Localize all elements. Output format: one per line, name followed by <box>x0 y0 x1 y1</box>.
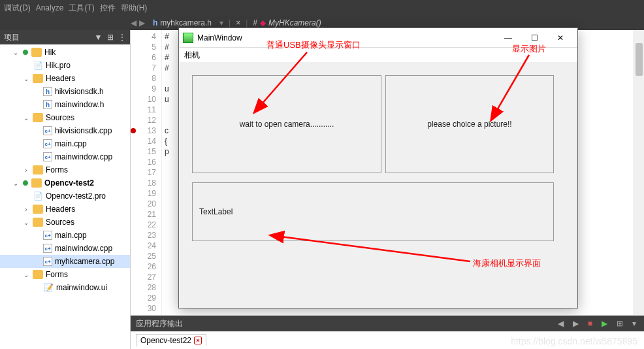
line-number: 17 <box>132 167 156 178</box>
window-title: MainWindow <box>197 33 242 42</box>
twisty-icon[interactable]: ⌄ <box>12 49 20 56</box>
twisty-icon[interactable]: ⌄ <box>12 180 20 187</box>
split-icon[interactable]: ⊞ <box>107 33 114 42</box>
tree-item[interactable]: hikvisionsdk.h <box>0 85 130 98</box>
tree-item-label: mainwindow.cpp <box>55 244 112 253</box>
tree-item[interactable]: mainwindow.h <box>0 98 130 111</box>
output-prev-icon[interactable]: ◀ <box>555 319 566 328</box>
tree-item[interactable]: ⌄Headers <box>0 72 130 85</box>
cpp-icon <box>43 139 52 148</box>
run-target-icon <box>22 180 29 186</box>
output-settings-icon[interactable]: ▾ <box>630 319 639 328</box>
line-number: 23 <box>132 230 156 241</box>
app-icon <box>183 33 193 43</box>
scrollbar-thumb[interactable] <box>636 43 643 76</box>
line-number: 5 <box>132 42 156 52</box>
tree-item[interactable]: Opencv-test2.pro <box>0 190 130 203</box>
tree-item-label: mainwindow.cpp <box>55 152 112 161</box>
tree-item[interactable]: hikvisionsdk.cpp <box>0 124 130 137</box>
output-title: 应用程序输出 <box>136 318 183 329</box>
run-target-icon <box>22 49 29 56</box>
tree-item-label: hikvisionsdk.h <box>55 87 104 96</box>
line-number: 15 <box>132 146 156 157</box>
current-function[interactable]: MyHKcamera() <box>268 18 321 27</box>
tree-item[interactable]: myhkcamera.cpp <box>0 255 130 268</box>
window-menubar: 相机 <box>179 48 577 62</box>
tree-item[interactable]: ⌄Hik <box>0 46 130 59</box>
more-icon[interactable]: ⋮ <box>118 33 126 42</box>
window-titlebar[interactable]: MainWindow — ☐ ✕ <box>179 28 577 48</box>
tree-item[interactable]: main.cpp <box>0 137 130 150</box>
top-toolbar: 调试(D) Analyze 工具(T) 控件 帮助(H) <box>0 0 644 16</box>
separator: | <box>243 18 250 27</box>
yfolder-icon <box>33 113 43 122</box>
close-output-tab-icon[interactable]: × <box>194 337 202 344</box>
tree-item-label: Forms <box>46 165 68 174</box>
output-run-icon[interactable]: ▶ <box>599 319 610 328</box>
close-button[interactable]: ✕ <box>547 29 573 47</box>
h-icon <box>43 87 52 96</box>
twisty-icon[interactable]: ⌄ <box>22 219 30 226</box>
tree-item[interactable]: Hik.pro <box>0 59 130 72</box>
tab-label: myhkcamera.h <box>160 18 212 27</box>
menu-tools[interactable]: 工具(T) <box>69 3 94 14</box>
line-gutter: 4567891011121314151617181920212223242526… <box>131 30 162 349</box>
separator: | <box>226 18 233 27</box>
twisty-icon[interactable]: ⌄ <box>22 75 30 82</box>
menu-camera[interactable]: 相机 <box>184 50 200 61</box>
output-next-icon[interactable]: ▶ <box>570 319 581 328</box>
line-number: 4 <box>132 31 156 42</box>
line-number: 26 <box>132 261 156 272</box>
close-tab-icon[interactable]: × <box>236 18 240 27</box>
tree-item-label: main.cpp <box>55 139 87 148</box>
tree-item[interactable]: mainwindow.cpp <box>0 242 130 255</box>
twisty-icon[interactable]: › <box>22 167 30 174</box>
tree-item[interactable]: ⌄Sources <box>0 111 130 124</box>
output-tab[interactable]: Opencv-test22 × <box>136 334 206 346</box>
dropdown-icon[interactable]: ▾ <box>219 18 223 27</box>
tree-item-label: Opencv-test2 <box>44 178 94 188</box>
vertical-scrollbar[interactable] <box>634 30 644 349</box>
cpp-icon <box>43 257 52 266</box>
menu-widgets[interactable]: 控件 <box>100 3 116 14</box>
yfolder-icon <box>33 205 43 214</box>
line-number: 24 <box>132 241 156 251</box>
tree-item-label: mainwindow.ui <box>56 283 107 292</box>
hash-icon: # <box>253 18 257 27</box>
output-stop-icon[interactable]: ■ <box>585 319 595 328</box>
tree-item-label: Headers <box>46 74 75 83</box>
output-tab-label: Opencv-test22 <box>140 336 191 345</box>
usb-panel-text: wait to open camera........... <box>240 120 334 129</box>
twisty-icon[interactable]: ⌄ <box>22 271 30 278</box>
output-more-icon[interactable]: ⊞ <box>614 319 626 328</box>
project-tree[interactable]: ⌄HikHik.pro⌄Headershikvisionsdk.hmainwin… <box>0 44 130 349</box>
line-number: 8 <box>132 73 156 84</box>
minimize-button[interactable]: — <box>495 29 521 47</box>
output-tabs: Opencv-test22 × <box>131 331 644 348</box>
twisty-icon[interactable]: › <box>22 206 30 213</box>
nav-back-icon[interactable]: ◀ <box>131 18 137 27</box>
output-header: 应用程序输出 ◀ ▶ ■ ▶ ⊞ ▾ <box>131 316 644 331</box>
maximize-button[interactable]: ☐ <box>521 29 547 47</box>
tree-item[interactable]: ›Headers <box>0 203 130 216</box>
cpp-icon <box>43 126 52 135</box>
twisty-icon[interactable]: ⌄ <box>22 114 30 122</box>
tree-item[interactable]: ⌄Opencv-test2 <box>0 176 130 190</box>
menu-analyze[interactable]: Analyze <box>36 3 64 12</box>
tree-item[interactable]: mainwindow.ui <box>0 281 130 294</box>
nav-fwd-icon[interactable]: ▶ <box>139 18 145 27</box>
tree-item[interactable]: ›Forms <box>0 163 130 176</box>
tree-item[interactable]: ⌄Sources <box>0 216 130 229</box>
tree-item[interactable]: mainwindow.cpp <box>0 150 130 163</box>
cpp-icon <box>43 152 52 161</box>
menu-debug[interactable]: 调试(D) <box>4 3 31 14</box>
line-number: 18 <box>132 178 156 188</box>
bookmark-icon[interactable]: ◆ <box>260 18 266 27</box>
line-number: 28 <box>132 282 156 293</box>
filter-icon[interactable]: ▼ <box>94 33 102 42</box>
line-number: 11 <box>132 105 156 115</box>
tree-item[interactable]: ⌄Forms <box>0 268 130 281</box>
menu-help[interactable]: 帮助(H) <box>121 3 148 14</box>
tree-item[interactable]: main.cpp <box>0 229 130 242</box>
project-sidebar: 项目 ▼ ⊞ ⋮ ⌄HikHik.pro⌄Headershikvisionsdk… <box>0 30 131 349</box>
